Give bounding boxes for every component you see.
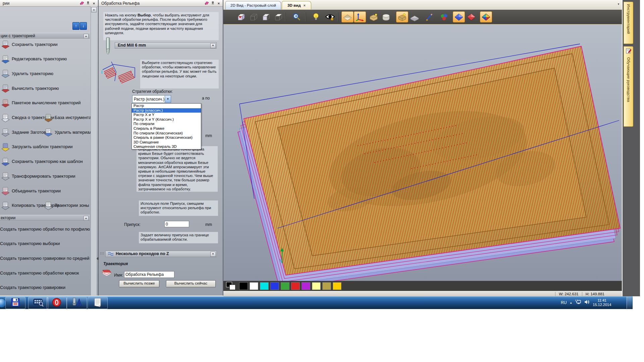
toolpath-action-item[interactable]: Сохранить траектории xyxy=(1,38,57,51)
toolpath-action-item[interactable]: Редактировать траекторию xyxy=(1,52,67,66)
volume-icon[interactable] xyxy=(584,300,590,306)
color-circles-icon[interactable] xyxy=(438,11,450,22)
toolpath-action-item[interactable]: Создать траекторию обработки по профилю xyxy=(0,222,90,236)
color-swatch[interactable] xyxy=(312,282,321,290)
section-header[interactable]: ектории▲ xyxy=(0,215,90,221)
show-desktop-button[interactable] xyxy=(627,297,632,309)
toolpath-action-item[interactable]: Сохранить траекторию как шаблон xyxy=(1,155,83,168)
toolpath-action-item[interactable]: Трансформировать траектории xyxy=(1,169,75,183)
dropdown-option[interactable]: Спираль в рамке (Классическая) xyxy=(132,135,201,140)
left-panel-scrollbar[interactable]: ▲ xyxy=(91,6,97,295)
taskbar-artcam-button[interactable] xyxy=(67,297,87,309)
blue-pyramid-icon[interactable] xyxy=(453,11,465,22)
pin-icon[interactable] xyxy=(86,1,90,5)
dropdown-option[interactable]: Растр xyxy=(132,104,201,108)
dropdown-option[interactable]: Растр (классич.) xyxy=(132,108,201,113)
color-swatch[interactable] xyxy=(291,282,300,290)
taskbar-opera-button[interactable] xyxy=(47,297,67,309)
vertical-tab-tutorials[interactable]: Обучающие руководства xyxy=(624,46,633,127)
close-tab-icon[interactable]: × xyxy=(303,3,305,7)
panel-brush-icon[interactable] xyxy=(204,1,209,5)
toolpath-action-item[interactable]: Траектории зоны xyxy=(44,199,89,212)
toolpath-action-item[interactable]: Задание Заготовки xyxy=(1,125,50,139)
zoom-icon[interactable] xyxy=(290,11,303,22)
vertical-tab-toolbox[interactable]: Инструментарий xyxy=(624,2,633,44)
color-swatch[interactable] xyxy=(281,282,289,290)
toolpath-action-item[interactable]: Загрузить шаблон траектории xyxy=(1,140,73,154)
dropdown-option[interactable]: Спираль в Рамке xyxy=(132,126,201,131)
toolpath-name-input[interactable] xyxy=(124,271,174,278)
slab-icon[interactable] xyxy=(409,11,421,22)
color-swatch[interactable] xyxy=(260,282,269,290)
toolbox-icon[interactable] xyxy=(368,11,380,22)
tab-overflow-icon[interactable]: ▼ xyxy=(617,3,620,6)
multipass-header-bar[interactable]: Несколько проходов по Z ▼ xyxy=(105,251,217,257)
shaded-wire-view-icon[interactable] xyxy=(260,11,272,22)
toolpath-action-item[interactable]: Вычислить траекторию xyxy=(1,81,59,95)
multi-pyramid-icon[interactable] xyxy=(480,11,492,22)
iso-view-icon[interactable] xyxy=(235,11,247,22)
dropdown-option[interactable]: По спирали xyxy=(132,122,201,126)
toolpath-action-item[interactable]: Удалить материал xyxy=(44,125,92,139)
relief-plane-icon[interactable] xyxy=(341,11,354,22)
tool-header-bar[interactable]: End Mill 6 mm ▼ xyxy=(115,42,217,49)
toolpath-action-item[interactable]: Пакетное вычисление траекторий xyxy=(1,96,81,110)
dropdown-option[interactable]: Растр X и Y (Классич.) xyxy=(132,117,201,122)
multipass-collapse-icon[interactable]: ▼ xyxy=(210,252,216,257)
network-icon[interactable] xyxy=(575,300,581,306)
drag-handle-icon[interactable] xyxy=(100,252,104,256)
move-up-button[interactable]: ↑ xyxy=(72,22,79,30)
panel-brush-icon[interactable] xyxy=(79,1,84,5)
toolpath-action-item[interactable]: Объединить траектории xyxy=(1,184,61,197)
color-swatch[interactable] xyxy=(270,282,279,290)
toolpath-action-item[interactable]: База инструмента xyxy=(44,111,91,124)
cylinder-icon[interactable] xyxy=(380,11,392,22)
dropdown-option[interactable]: Растр X и Y xyxy=(132,113,201,117)
taskbar-notepad-button[interactable] xyxy=(88,297,108,309)
color-swatch[interactable] xyxy=(333,282,341,290)
toolpath-action-item[interactable]: Создать траекторию гравировки xyxy=(0,281,65,294)
allowance-units: mm xyxy=(205,222,212,227)
color-swatch[interactable] xyxy=(239,282,248,290)
light-icon[interactable] xyxy=(310,11,322,22)
visibility-icon[interactable] xyxy=(324,11,336,22)
chevron-down-icon[interactable]: ▼ xyxy=(165,96,171,103)
draw-icon[interactable] xyxy=(423,11,435,22)
color-swatch[interactable] xyxy=(250,282,258,290)
dropdown-option[interactable]: 3D Смещение xyxy=(132,140,201,145)
tab-2d-view[interactable]: 2D Вид - Растровый слой xyxy=(225,1,281,9)
allowance-input[interactable] xyxy=(164,221,189,227)
viewport-3d[interactable] xyxy=(223,24,622,281)
material-box-icon[interactable] xyxy=(396,11,408,22)
calculate-now-button[interactable]: Вычислить сейчас xyxy=(166,280,216,287)
color-swatch[interactable] xyxy=(322,282,331,290)
close-icon[interactable]: × xyxy=(92,1,96,5)
dropdown-option[interactable]: Смещенная спираль 3D xyxy=(132,144,201,149)
wireframe-view-icon[interactable] xyxy=(247,11,259,22)
axes-icon[interactable] xyxy=(354,11,366,22)
color-swatch[interactable] xyxy=(302,282,310,290)
tray-expand-icon[interactable]: ▲ xyxy=(570,301,572,304)
tool-section-collapse-icon[interactable]: ▼ xyxy=(210,43,216,48)
toolpath-action-item[interactable]: Создать траекторию выборки xyxy=(0,237,60,250)
collapse-section-icon[interactable]: ▲ xyxy=(84,216,89,221)
toolpath-action-item[interactable]: Создать траекторию обработки кромок xyxy=(0,266,79,280)
close-icon[interactable]: × xyxy=(216,1,221,5)
toolpath-action-item[interactable]: Удалить траекторию xyxy=(1,67,53,80)
wireframe-view2-icon[interactable] xyxy=(272,11,284,22)
taskbar-input-panel-button[interactable] xyxy=(28,297,48,309)
clock[interactable]: 11:41 15.12.2014 xyxy=(593,298,611,307)
red-pyramid-icon[interactable] xyxy=(465,11,477,22)
tab-3d-view[interactable]: 3D вид × xyxy=(282,1,311,9)
pin-icon[interactable] xyxy=(210,1,215,5)
taskbar-save-file-button[interactable] xyxy=(5,297,25,309)
toolpath-action-item[interactable]: Создать траекторию гравировки по средней… xyxy=(0,251,103,265)
system-tray: RU ▲ 11:41 15.12.2014 xyxy=(561,296,611,309)
calculate-later-button[interactable]: Вычислить позже xyxy=(119,280,159,287)
language-indicator[interactable]: RU xyxy=(561,300,567,305)
dropdown-option[interactable]: По спирали (Классическая) xyxy=(132,131,201,136)
strategy-combobox[interactable]: Растр (классич.) ▼ xyxy=(132,95,171,103)
scroll-up-icon[interactable]: ▲ xyxy=(91,7,97,12)
primary-secondary-color-swatch[interactable] xyxy=(226,282,236,290)
move-down-button[interactable]: ↓ xyxy=(80,22,87,30)
